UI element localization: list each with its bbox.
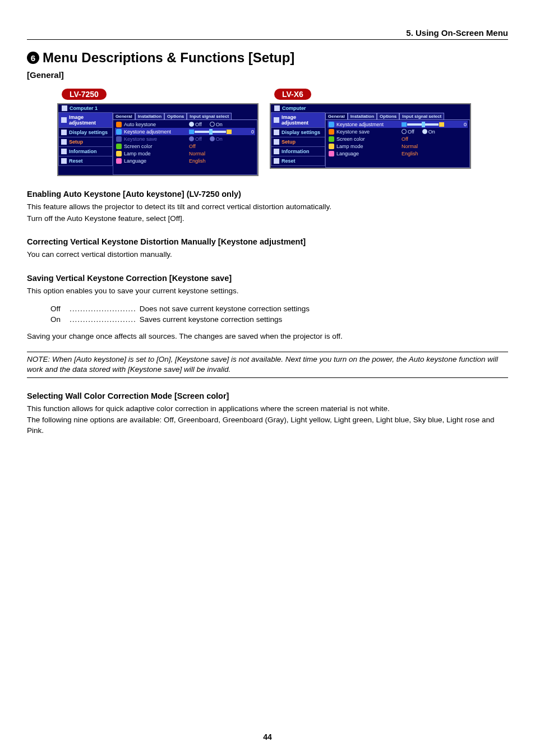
model-pill-lv7250: LV-7250 (62, 89, 107, 100)
setting-label: Keystone save (124, 136, 157, 142)
setting-keystone-save[interactable]: Keystone save Off On (328, 128, 468, 135)
setting-label: Keystone save (336, 129, 370, 135)
radio-label: On (216, 122, 223, 127)
setting-value: Normal (189, 151, 205, 156)
setting-icon (116, 136, 122, 142)
model-pill-lvx6: LV-X6 (274, 89, 311, 100)
sidebar-icon (61, 130, 67, 135)
sidebar-item-setup[interactable]: Setup (58, 137, 113, 147)
tab-installation[interactable]: Installation (135, 113, 164, 119)
setting-icon (329, 122, 334, 127)
tab-input-signal-select[interactable]: Input signal select (399, 113, 444, 119)
heading-screen-color: Selecting Wall Color Correction Mode [Sc… (27, 391, 508, 400)
setting-keystone-adjustment[interactable]: Keystone adjustment 0 (115, 128, 255, 135)
sidebar-item-label: Image adjustment (282, 114, 322, 126)
radio-off[interactable]: Off (402, 129, 414, 135)
osd-menu-lvx6: Computer Image adjustment Display settin… (270, 103, 471, 169)
section-title: Menu Descriptions & Functions [Setup] (43, 50, 294, 66)
setting-value: Off (189, 144, 196, 149)
osd-tabs: General Installation Options Input signa… (325, 112, 470, 119)
setting-language[interactable]: Language English (115, 157, 255, 164)
slider-left-icon (402, 122, 407, 127)
setting-lamp-mode[interactable]: Lamp mode Normal (115, 150, 255, 157)
monitor-icon (62, 105, 67, 111)
tab-input-signal-select[interactable]: Input signal select (187, 113, 232, 119)
osd-source-label: Computer (271, 104, 470, 112)
setting-icon (329, 151, 334, 156)
setting-label: Keystone adjustment (336, 122, 384, 127)
running-header: 5. Using On-Screen Menu (27, 28, 508, 40)
osd-menu-lv7250: Computer 1 Image adjustment Display sett… (57, 103, 259, 176)
setting-value: Off (402, 136, 408, 142)
sidebar-item-information[interactable]: Information (58, 147, 113, 156)
setting-label: Language (336, 151, 359, 156)
sidebar-item-label: Reset (69, 158, 83, 164)
sidebar-icon (61, 117, 67, 123)
setting-label: Lamp mode (336, 144, 363, 149)
sidebar-item-setup[interactable]: Setup (271, 137, 325, 147)
radio-off: Off (189, 136, 202, 142)
osd-screenshot-row: LV-7250 Computer 1 Image adjustment Disp… (57, 89, 508, 176)
sidebar-icon (61, 149, 67, 154)
sidebar-item-image-adjustment[interactable]: Image adjustment (58, 112, 113, 128)
osd-settings-list: Auto keystone Off On Keystone adjustment… (113, 119, 257, 175)
sidebar-item-reset[interactable]: Reset (58, 156, 113, 166)
sidebar-icon (274, 158, 279, 164)
sidebar-icon (274, 139, 279, 145)
body-text: This option enables you to save your cur… (27, 286, 508, 297)
heading-auto-keystone: Enabling Auto Keystone [Auto keystone] (… (27, 190, 508, 199)
sidebar-item-label: Information (282, 149, 310, 154)
osd-block-right: LV-X6 Computer Image adjustment Display … (270, 89, 471, 176)
setting-label: Keystone adjustment (124, 129, 171, 135)
sidebar-item-label: Information (69, 149, 97, 154)
sidebar-item-label: Reset (282, 158, 296, 164)
setting-icon (116, 158, 122, 164)
setting-icon (116, 129, 122, 135)
radio-on[interactable]: On (422, 129, 435, 135)
osd-sidebar: Image adjustment Display settings Setup … (58, 112, 113, 175)
setting-screen-color[interactable]: Screen color Off (328, 135, 468, 142)
osd-main-panel: General Installation Options Input signa… (113, 112, 257, 175)
setting-icon (329, 129, 334, 135)
setting-language[interactable]: Language English (328, 150, 468, 157)
setting-screen-color[interactable]: Screen color Off (115, 142, 255, 150)
radio-label: Off (408, 129, 414, 135)
tab-options[interactable]: Options (377, 113, 399, 119)
sidebar-icon (61, 158, 67, 164)
setting-label: Screen color (124, 144, 153, 149)
osd-settings-list: Keystone adjustment 0 Keystone save Off … (325, 119, 470, 168)
tab-installation[interactable]: Installation (348, 113, 377, 119)
page-number: 44 (0, 732, 535, 741)
radio-off[interactable]: Off (189, 122, 202, 127)
tab-general[interactable]: General (113, 113, 135, 119)
setting-keystone-adjustment[interactable]: Keystone adjustment 0 (328, 121, 468, 128)
sidebar-item-display-settings[interactable]: Display settings (271, 128, 325, 137)
osd-block-left: LV-7250 Computer 1 Image adjustment Disp… (57, 89, 259, 176)
sidebar-icon (61, 139, 67, 145)
keystone-slider[interactable] (189, 130, 232, 134)
definition-value: Saves current keystone correction settin… (140, 315, 282, 324)
definition-dots: ......................... (70, 315, 136, 324)
sidebar-item-image-adjustment[interactable]: Image adjustment (271, 112, 325, 128)
setting-lamp-mode[interactable]: Lamp mode Normal (328, 142, 468, 150)
note-rule-bottom (27, 377, 508, 378)
sidebar-item-display-settings[interactable]: Display settings (58, 128, 113, 137)
definition-row-on: On ......................... Saves curre… (50, 315, 508, 324)
definition-key: On (50, 315, 66, 324)
setting-icon (116, 122, 122, 127)
body-text: This feature allows the projector to det… (27, 202, 508, 213)
osd-tabs: General Installation Options Input signa… (113, 112, 257, 119)
setting-value: Normal (402, 144, 418, 149)
sidebar-item-label: Display settings (282, 130, 320, 135)
sidebar-item-information[interactable]: Information (271, 147, 325, 156)
sidebar-item-reset[interactable]: Reset (271, 156, 325, 166)
tab-general[interactable]: General (325, 113, 348, 119)
definition-dots: ......................... (70, 305, 136, 313)
radio-on[interactable]: On (210, 122, 223, 127)
radio-on: On (210, 136, 223, 142)
setting-auto-keystone[interactable]: Auto keystone Off On (115, 121, 255, 128)
sidebar-icon (274, 149, 279, 154)
setting-value: English (189, 158, 206, 164)
tab-options[interactable]: Options (164, 113, 187, 119)
keystone-slider[interactable] (402, 122, 444, 127)
